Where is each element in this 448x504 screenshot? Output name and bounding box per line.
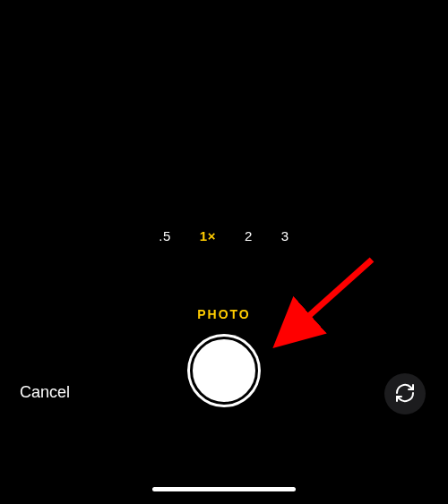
flip-camera-icon	[394, 382, 416, 406]
zoom-option-1x[interactable]: 1×	[200, 228, 216, 243]
cancel-button[interactable]: Cancel	[20, 383, 70, 402]
zoom-option-0.5x[interactable]: .5	[159, 228, 171, 243]
svg-line-1	[287, 260, 372, 336]
zoom-option-2x[interactable]: 2	[245, 228, 253, 243]
annotation-arrow-icon	[269, 251, 385, 358]
zoom-option-3x[interactable]: 3	[281, 228, 289, 243]
camera-mode-label: PHOTO	[0, 307, 448, 321]
flip-camera-button[interactable]	[384, 373, 426, 414]
shutter-button[interactable]	[187, 334, 261, 407]
zoom-selector: .5 1× 2 3	[0, 228, 448, 243]
home-indicator[interactable]	[152, 487, 296, 491]
